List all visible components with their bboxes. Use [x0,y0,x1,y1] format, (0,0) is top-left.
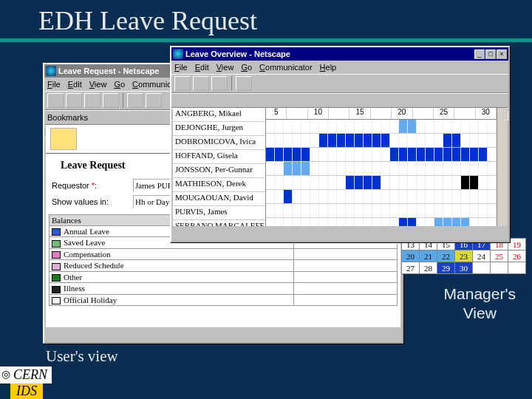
employee-name: DOBROMICOVA, Ivica [173,136,265,150]
grid-cell [488,204,497,217]
calendar-day[interactable]: 22 [437,250,455,262]
grid-cell [461,162,470,175]
mgr-menubar[interactable]: FileEditViewGoCommunicatorHelp [171,61,508,74]
grid-cell [461,176,470,189]
print-button[interactable] [236,76,252,91]
menu-item-go[interactable]: Go [114,80,125,89]
grid-cell [301,134,310,147]
grid-cell [346,162,355,175]
calendar-day[interactable]: 19 [508,239,526,250]
back-button[interactable] [47,93,64,108]
calendar-day[interactable]: 28 [420,262,437,274]
grid-cell [364,190,372,203]
balance-row: Compensation [50,248,398,259]
caption-manager: Manager'sView [444,284,516,323]
grid-cell [364,134,372,147]
menu-item-file[interactable]: File [174,63,188,72]
forward-button[interactable] [66,93,82,108]
grid-cell [301,218,310,226]
grid-cell [390,120,399,133]
balance-row: Illness [50,283,398,294]
grid-cell [364,204,372,217]
grid-cell [319,176,328,189]
calendar-day[interactable] [508,262,526,274]
grid-cell [372,190,381,203]
menu-item-view[interactable]: View [216,63,234,72]
grid-cell [293,218,301,226]
calendar-day[interactable]: 25 [491,250,508,262]
menu-item-go[interactable]: Go [241,63,252,72]
calendar-day[interactable]: 21 [420,250,437,262]
calendar-day[interactable]: 24 [473,250,491,262]
color-swatch [52,286,61,293]
grid-cell [461,204,470,217]
close-button[interactable]: × [497,50,507,59]
mgr-titlebar[interactable]: Leave Overview - Netscape _ □ × [171,47,508,61]
grid-cell [293,162,301,175]
grid-cell [426,162,434,175]
menu-item-view[interactable]: View [89,80,107,89]
vertical-scrollbar[interactable] [497,108,507,226]
reload-button[interactable] [84,93,100,108]
grid-cell [293,120,301,133]
calendar-day[interactable]: 26 [508,250,526,262]
grid-cell [452,120,461,133]
mgr-addressbar[interactable] [171,93,508,108]
grid-cell [284,134,293,147]
grid-cell [346,204,355,217]
calendar-day[interactable]: 29 [437,262,455,274]
grid-cell [488,218,497,226]
calendar-day[interactable]: 23 [455,250,473,262]
day-header [413,108,434,119]
grid-cell [390,204,399,217]
menu-item-file[interactable]: File [47,80,61,89]
grid-cell [328,176,337,189]
calendar-day[interactable]: 30 [455,262,473,274]
menu-item-help[interactable]: Help [320,63,337,72]
grid-cell [337,176,346,189]
grid-cell [443,176,452,189]
grid-cell [310,218,319,226]
color-swatch [52,297,61,304]
grid-cell [355,190,364,203]
menu-item-edit[interactable]: Edit [195,63,209,72]
forward-button[interactable] [193,76,209,91]
grid-cell [301,120,310,133]
day-header: 15 [349,108,370,119]
grid-cell [293,176,301,189]
print-button[interactable] [146,93,162,108]
calendar-day[interactable] [473,262,491,274]
grid-cell [452,162,461,175]
grid-cell [346,120,355,133]
grid-cell [293,190,301,203]
grid-cell [381,176,390,189]
grid-cell [266,218,275,226]
grid-row [266,120,497,134]
grid-cell [488,190,497,203]
grid-cell [372,162,381,175]
calendar-day[interactable]: 20 [402,250,420,262]
grid-cell [443,190,452,203]
minimize-button[interactable]: _ [474,50,485,59]
toolbar-separator [123,93,123,108]
grid-cell [310,148,319,161]
grid-cell [399,190,408,203]
calendar-day[interactable] [491,262,508,274]
grid-cell [275,120,284,133]
grid-cell [479,204,488,217]
bookmarks-label[interactable]: Bookmarks [47,113,88,122]
day-header [329,108,349,119]
calendar-day[interactable]: 27 [402,262,420,274]
maximize-button[interactable]: □ [485,50,496,59]
home-button[interactable] [103,93,119,108]
search-button[interactable] [127,93,143,108]
grid-cell [284,120,293,133]
menu-item-communicator[interactable]: Communicator [259,63,313,72]
mgr-toolbar[interactable] [171,74,508,93]
grid-cell [417,218,426,226]
back-button[interactable] [174,76,191,91]
mini-calendar: 131415161718192021222324252627282930 [401,238,526,274]
menu-item-edit[interactable]: Edit [68,80,82,89]
grid-cell [310,176,319,189]
reload-button[interactable] [211,76,228,91]
